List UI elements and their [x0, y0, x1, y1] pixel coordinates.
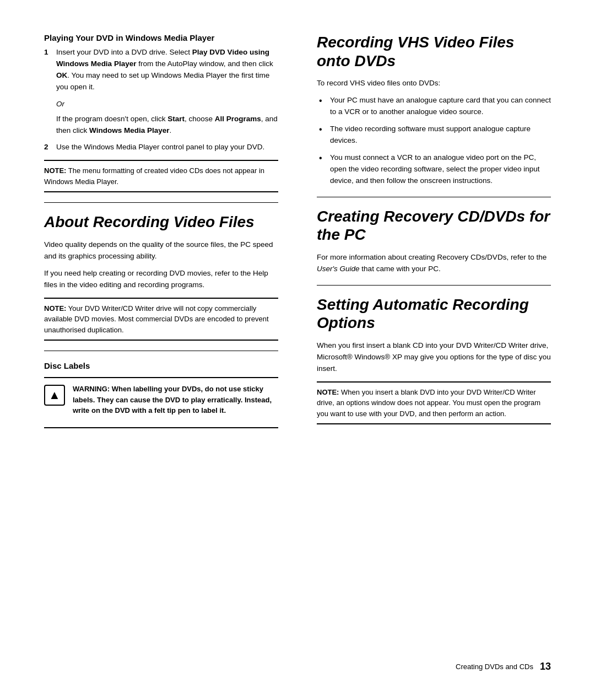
- note-blank-dvd: NOTE: When you insert a blank DVD into y…: [317, 381, 551, 425]
- steps-list-2: 2 Use the Windows Media Player control p…: [44, 142, 278, 153]
- or-text: Or: [56, 99, 278, 110]
- step-1-bold-1: Play DVD Video using Windows Media Playe…: [56, 48, 269, 68]
- section-playing-dvd: Playing Your DVD in Windows Media Player…: [44, 33, 278, 192]
- section-vhs: Recording VHS Video Files onto DVDs To r…: [317, 33, 551, 187]
- step-1: 1 Insert your DVD into a DVD drive. Sele…: [44, 47, 278, 93]
- vhs-bullet-1: Your PC must have an analogue capture ca…: [317, 95, 551, 118]
- step-2: 2 Use the Windows Media Player control p…: [44, 142, 278, 153]
- recovery-para: For more information about creating Reco…: [317, 252, 551, 275]
- or-paragraph: If the program doesn't open, click Start…: [56, 114, 278, 137]
- section-recovery: Creating Recovery CD/DVDs for the PC For…: [317, 207, 551, 275]
- note-blank-dvd-bold: NOTE:: [317, 388, 339, 396]
- about-para-1: Video quality depends on the quality of …: [44, 239, 278, 262]
- page: Playing Your DVD in Windows Media Player…: [0, 0, 595, 700]
- users-guide-italic: User's Guide: [317, 265, 360, 273]
- note-wmp-text: NOTE: The menu formatting of created vid…: [44, 165, 278, 187]
- vhs-intro: To record VHS video files onto DVDs:: [317, 78, 551, 89]
- note-dvd-writer-bold: NOTE:: [44, 304, 66, 313]
- section-title-about-recording: About Recording Video Files: [44, 213, 278, 231]
- note-blank-dvd-text: NOTE: When you insert a blank DVD into y…: [317, 387, 551, 419]
- right-column: Recording VHS Video Files onto DVDs To r…: [311, 33, 551, 435]
- automatic-para: When you first insert a blank CD into yo…: [317, 340, 551, 375]
- or-paragraph-text: If the program doesn't open, click Start…: [56, 114, 278, 137]
- vhs-bullet-2: The video recording software must suppor…: [317, 123, 551, 147]
- page-number: 13: [540, 661, 551, 672]
- step-1-bold-2: OK: [56, 71, 67, 79]
- divider-3: [317, 197, 551, 197]
- wmp-bold: Windows Media Player: [89, 126, 169, 134]
- subsection-title-disc-labels: Disc Labels: [44, 361, 278, 370]
- steps-list: 1 Insert your DVD into a DVD drive. Sele…: [44, 47, 278, 93]
- step-1-text: Insert your DVD into a DVD drive. Select…: [56, 47, 278, 93]
- section-about-recording: About Recording Video Files Video qualit…: [44, 213, 278, 341]
- section-title-automatic: Setting Automatic Recording Options: [317, 295, 551, 332]
- divider-1: [44, 202, 278, 203]
- section-title-vhs: Recording VHS Video Files onto DVDs: [317, 33, 551, 70]
- vhs-bullets: Your PC must have an analogue capture ca…: [317, 95, 551, 186]
- subsection-title-playing-dvd: Playing Your DVD in Windows Media Player: [44, 33, 278, 42]
- note-wmp: NOTE: The menu formatting of created vid…: [44, 160, 278, 192]
- note-wmp-bold: NOTE:: [44, 166, 66, 175]
- section-disc-labels: Disc Labels ▲ WARNING: When labelling yo…: [44, 361, 278, 428]
- vhs-bullet-3: You must connect a VCR to an analogue vi…: [317, 152, 551, 187]
- note-dvd-writer-text: NOTE: Your DVD Writer/CD Writer drive wi…: [44, 303, 278, 336]
- divider-4: [317, 285, 551, 286]
- warning-box: ▲ WARNING: When labelling your DVDs, do …: [44, 377, 278, 428]
- footer-label: Creating DVDs and CDs: [456, 663, 533, 671]
- step-1-num: 1: [44, 47, 52, 93]
- warning-icon: ▲: [44, 385, 65, 406]
- divider-2: [44, 351, 278, 351]
- step-2-num: 2: [44, 142, 52, 153]
- warning-text: WARNING: When labelling your DVDs, do no…: [73, 384, 278, 416]
- start-bold: Start: [167, 115, 185, 123]
- about-para-2: If you need help creating or recording D…: [44, 268, 278, 291]
- all-programs-bold: All Programs: [215, 115, 261, 123]
- section-title-recovery: Creating Recovery CD/DVDs for the PC: [317, 207, 551, 244]
- note-dvd-writer: NOTE: Your DVD Writer/CD Writer drive wi…: [44, 298, 278, 341]
- left-column: Playing Your DVD in Windows Media Player…: [44, 33, 284, 435]
- section-automatic-recording: Setting Automatic Recording Options When…: [317, 295, 551, 424]
- step-2-text: Use the Windows Media Player control pan…: [56, 142, 264, 153]
- page-footer: Creating DVDs and CDs 13: [456, 661, 551, 672]
